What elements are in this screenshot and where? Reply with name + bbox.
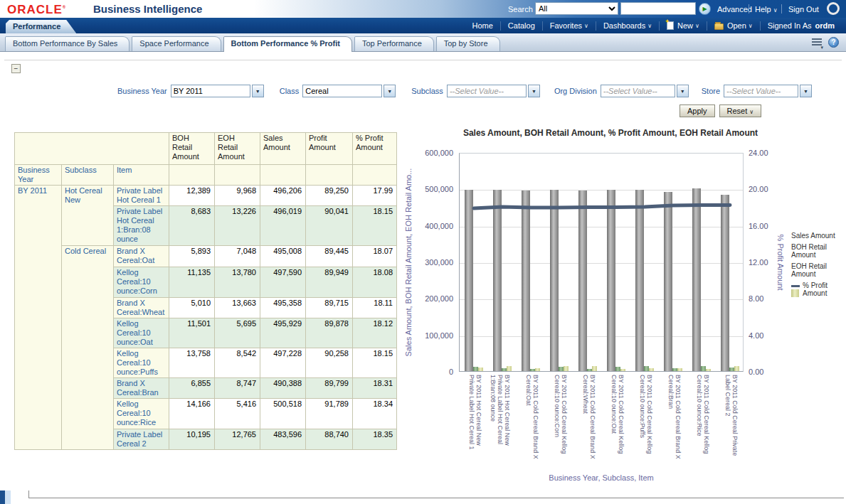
subtab-space-performance[interactable]: Space Performance [132,36,221,51]
dropdown-arrow-button[interactable]: ▼ [384,85,396,97]
nav-catalog[interactable]: Catalog [501,21,542,31]
page-help-icon[interactable]: ? [828,37,839,48]
divider [781,4,782,14]
prompt-business-year: Business Year BY 2011 ▼ [117,85,264,97]
item-cell[interactable]: Kellog Cereal:10 ounce:Puffs [114,348,169,378]
measure-header: Sales Amount [260,133,306,165]
measure-value-cell: 89,878 [306,318,353,348]
item-cell[interactable]: Private Label Hot Cereal 1 [114,186,169,206]
sign-out-link[interactable]: Sign Out [788,5,819,14]
measure-value-cell: 18.15 [353,206,397,246]
dimension-header[interactable]: Subclass [62,165,114,186]
org-division-combobox[interactable]: --Select Value-- [601,85,675,97]
open-folder-icon [714,23,724,30]
measure-value-cell: 496,206 [260,186,306,206]
dropdown-arrow-button[interactable]: ▼ [677,85,689,97]
new-document-icon [667,21,674,30]
x-axis-label: BY 2011 Cold Cereal Brand X Cereal:Oat [525,375,539,467]
y-axis-tick-right: 0.00 [749,368,784,376]
measure-value-cell: 18.12 [353,318,397,348]
measure-value-cell: 500,518 [260,399,306,429]
section-bottom-border [28,498,844,498]
measure-value-cell: 5,416 [215,399,260,429]
nav-dashboards[interactable]: Dashboards∨ [596,21,659,31]
measure-value-cell: 18.08 [353,267,397,298]
measure-value-cell: 91,789 [306,399,353,429]
measure-value-cell: 89,715 [306,298,353,318]
dropdown-arrow-button[interactable]: ▼ [252,85,264,97]
y-axis-tick-left: 600,000 [409,149,453,157]
measure-header: BOH Retail Amount [169,133,215,165]
measure-value-cell: 483,596 [260,429,306,450]
subclass-cell[interactable]: Cold Cereal [62,246,114,450]
subclass-cell[interactable]: Hot Cereal New [62,186,114,246]
subtab-top-by-store[interactable]: Top by Store [436,36,500,51]
subtab-top-performance[interactable]: Top Performance [354,36,434,51]
item-cell[interactable]: Kellog Cereal:10 ounce:Corn [114,267,169,298]
page-tabs: Bottom Performance By SalesSpace Perform… [5,36,502,51]
measure-value-cell: 90,041 [306,206,353,246]
chart-title: Sales Amount, BOH Retail Amount, % Profi… [398,128,823,138]
class-combobox[interactable]: Cereal [302,85,382,97]
search-scope-select[interactable]: All [535,2,618,15]
subclass-combobox[interactable]: --Select Value-- [447,85,527,97]
prompt-bar: Business Year BY 2011 ▼ Class Cereal ▼ S… [117,85,812,97]
chart-legend: Sales AmountBOH Retail AmountEOH Retail … [791,232,846,297]
prompt-label: Subclass [411,87,443,95]
measure-value-cell: 497,590 [260,267,306,298]
page-options-icon[interactable] [812,38,822,46]
dimension-header[interactable]: Business Year [15,165,62,186]
measure-value-cell: 18.35 [353,429,397,450]
help-menu[interactable]: Help∨ [755,5,777,14]
measure-value-cell: 12,389 [169,186,215,206]
measure-value-cell: 10,195 [169,429,215,450]
nav-open[interactable]: Open∨ [707,21,760,31]
table-header-row: BOH Retail AmountEOH Retail AmountSales … [15,133,397,165]
apply-button[interactable]: Apply [680,104,715,117]
measure-value-cell: 88,740 [306,429,353,450]
dropdown-arrow-button[interactable]: ▼ [800,85,812,97]
measure-value-cell: 18.34 [353,399,397,429]
legend-label: EOH Retail Amount [791,262,846,278]
collapse-section-button[interactable]: − [11,64,21,73]
prompt-store: Store --Select Value-- ▼ [702,85,812,97]
prompt-label: Class [280,87,300,95]
item-cell[interactable]: Brand X Cereal:Bran [114,378,169,399]
business-year-combobox[interactable]: BY 2011 [171,85,250,97]
table-corner-cell [15,133,169,165]
dashboard-tab-performance[interactable]: Performance [6,20,76,33]
item-cell[interactable]: Brand X Cereal:Oat [114,246,169,267]
x-axis-label: BY 2011 Cold Cereal Kellog Cereal:10 oun… [639,375,653,467]
item-cell[interactable]: Kellog Cereal:10 ounce:Oat [114,318,169,348]
table-row: Cold CerealBrand X Cereal:Oat5,8937,0484… [15,246,397,267]
subtab-bottom-performance-profit[interactable]: Bottom Performance % Profit [223,36,352,52]
header-cell-empty [260,165,306,186]
advanced-link[interactable]: Advanced [717,5,752,14]
reset-button[interactable]: Reset∨ [719,104,762,117]
business-year-cell[interactable]: BY 2011 [15,186,62,450]
page-tab-bar: Bottom Performance By SalesSpace Perform… [0,33,846,52]
x-axis-label: BY 2011 Cold Cereal Private Label Cereal… [724,375,739,467]
item-cell[interactable]: Brand X Cereal:Wheat [114,298,169,318]
y-axis-tick-right: 24.00 [749,149,784,157]
search-go-button[interactable]: ▶ [699,3,711,15]
subtab-bottom-performance-by-sales[interactable]: Bottom Performance By Sales [5,36,129,51]
search-input[interactable] [620,2,696,15]
item-cell[interactable]: Kellog Cereal:10 ounce:Rice [114,399,169,429]
store-combobox[interactable]: --Select Value-- [724,85,798,97]
dropdown-arrow-button[interactable]: ▼ [528,85,540,97]
y-axis-tick-left: 200,000 [409,294,453,303]
legend-label: % Profit Amount [803,282,846,297]
nav-home[interactable]: Home [465,21,500,31]
nav-favorites[interactable]: Favorites∨ [543,21,596,31]
measure-value-cell: 89,949 [306,267,353,298]
header-cell-empty [169,165,215,186]
nav-new[interactable]: New∨ [660,21,707,31]
item-cell[interactable]: Private Label Hot Cereal 1:Bran:08 ounce [114,206,169,246]
dimension-header[interactable]: Item [114,165,169,186]
results-table: BOH Retail AmountEOH Retail AmountSales … [14,132,397,450]
top-branding-bar: ORACLE® Business Intelligence Search All… [0,0,846,18]
measure-value-cell: 5,010 [169,298,215,318]
x-axis-label: BY 2011 Hot Cereal New Private Label Hot… [490,375,511,467]
item-cell[interactable]: Private Label Cereal 2 [114,429,169,450]
